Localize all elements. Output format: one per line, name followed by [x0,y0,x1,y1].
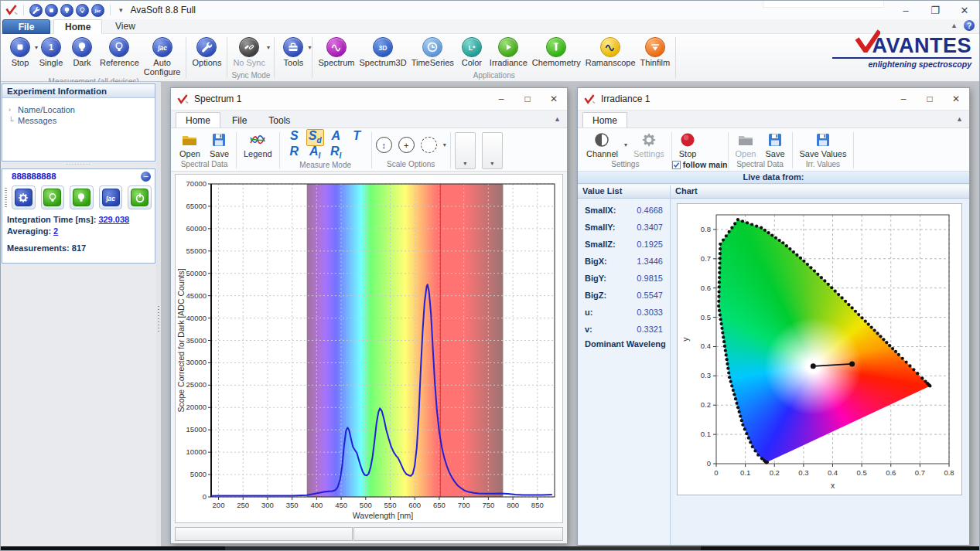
group-caption: Spectral Data [729,160,792,171]
legend-button[interactable]: Legend [241,131,275,159]
device-power-button[interactable] [128,185,152,209]
open-button[interactable]: Open [176,131,203,159]
mode-absorbance-button[interactable]: A [330,130,342,145]
maximize-button[interactable]: □ [917,88,943,110]
live-data-header: Live data from: [578,172,969,184]
experiment-tree: › Name/Location └ Messages [2,98,155,126]
close-button[interactable]: ✕ [943,88,969,110]
spectrum3d-app-button[interactable]: 3D Spectrum3D [357,36,409,69]
settings-button[interactable]: Settings [630,131,668,159]
svg-text:500: 500 [360,501,372,509]
device-settings-button[interactable] [12,185,36,209]
spectrum-plot[interactable]: 2002503003504004505005506006507007508008… [175,174,563,523]
averaging-value-link[interactable]: 2 [53,226,58,236]
expander-icon[interactable]: › [9,106,15,114]
tools-button[interactable]: Tools ▾ [278,36,309,69]
dark-button[interactable]: Dark [67,36,97,69]
tab-file[interactable]: File [2,19,50,34]
gallery-dropdown-2[interactable]: ▾ [482,132,503,169]
irradiance-stop-button[interactable]: Stop [676,131,700,159]
tab-view[interactable]: View [104,19,146,34]
qat-reference-button[interactable] [76,4,89,17]
tab-home[interactable]: Home [53,19,102,34]
spectrum-app-button[interactable]: Spectrum [316,36,357,69]
thinfilm-app-button[interactable]: Thinfilm [638,36,673,69]
qat-auto-configure-button[interactable]: ∫ac [91,4,104,17]
tree-item-messages[interactable]: └ Messages [9,115,155,126]
mode-reflectance-button[interactable]: R [288,145,300,160]
scale-y-axis-icon[interactable]: ↕ [376,137,392,153]
auto-configure-button[interactable]: ∫ac Auto Configure [142,36,183,77]
follow-main-checkbox[interactable]: follow main [672,160,728,169]
svg-text:L*: L* [469,44,476,52]
collapse-toolbar-icon[interactable]: ▲ [554,115,561,123]
mode-absolute-irradiance-button[interactable]: AI [308,145,322,160]
open-button[interactable]: Open [732,131,760,159]
reference-button[interactable]: Reference [97,36,142,69]
avasoft-app-window: ∫ac ▾ AvaSoft 8.8 Full – ❐ ✕ File Home V… [0,0,980,551]
options-button[interactable]: Options [190,36,224,69]
mode-scope-minus-dark-button[interactable]: Sd [306,129,324,145]
mode-relative-irradiance-button[interactable]: RI [329,145,343,160]
dropdown-arrow-icon[interactable]: ▾ [308,45,311,51]
device-auto-configure-button[interactable]: ∫ac [99,185,123,209]
irradiance-window-titlebar[interactable]: Irradiance 1 – □ ✕ [578,88,969,111]
zoom-region-icon[interactable] [421,137,437,153]
value-row-bigx: BigX:1.3446 [578,253,670,270]
channel-button[interactable]: Channel [583,131,621,159]
qat-dark-button[interactable] [60,4,73,17]
single-button[interactable]: 1 Single [36,36,67,69]
spectrum-window-title: Spectrum 1 [194,94,488,104]
color-app-button[interactable]: L* Color [456,36,487,69]
gallery-dropdown-1[interactable]: ▾ [455,132,476,169]
stop-button[interactable]: Stop ▾ [5,36,36,69]
close-button[interactable]: ✕ [950,1,979,19]
scale-both-axes-icon[interactable]: + [398,137,415,153]
mode-transmittance-button[interactable]: T [351,130,362,145]
cie-plot[interactable]: 00.10.20.30.40.50.60.70.800.10.20.30.40.… [677,203,962,495]
horizontal-splitter[interactable]: ········· [1,162,156,168]
collapse-device-panel-button[interactable]: – [141,172,151,182]
collapse-ribbon-icon[interactable]: ▲ [951,22,958,29]
maximize-button[interactable]: ❐ [920,1,950,19]
device-dark-button[interactable] [41,185,65,209]
drag-grip[interactable] [5,188,7,208]
svg-text:650: 650 [433,501,446,509]
save-values-button[interactable]: Save Values [797,131,850,159]
quick-access-toolbar: ∫ac ▾ [5,4,126,17]
ramanscope-app-button[interactable]: Ramanscope [583,36,638,69]
qat-options-button[interactable] [29,4,43,17]
tab-home[interactable]: Home [582,112,627,128]
svg-text:250: 250 [237,501,249,509]
spectrum-window-tabs: Home File Tools ▲ [171,111,567,128]
device-reference-button[interactable] [70,185,94,209]
save-button[interactable]: Save [207,131,232,159]
help-icon[interactable]: ? [964,20,975,31]
qat-stop-button[interactable] [45,4,58,17]
svg-text:20000: 20000 [186,403,207,411]
tree-item-name-location[interactable]: › Name/Location [9,104,155,115]
maximize-button[interactable]: □ [514,88,541,110]
close-button[interactable]: ✕ [541,88,567,110]
minimize-button[interactable]: – [891,1,920,19]
integration-time-value-link[interactable]: 329.038 [98,215,129,224]
folder-icon [181,131,198,148]
spectrum-window-titlebar[interactable]: Spectrum 1 – □ ✕ [171,88,567,111]
no-sync-button[interactable]: No Sync ▾ [230,36,268,69]
minimize-button[interactable]: – [890,88,917,110]
mode-scope-button[interactable]: S [289,130,300,145]
dropdown-arrow-icon[interactable]: ▾ [624,141,627,148]
tab-tools[interactable]: Tools [258,112,300,128]
irradiance-app-button[interactable]: Irradiance [487,36,530,69]
timeseries-app-button[interactable]: TimeSeries [409,36,456,69]
minimize-button[interactable]: – [488,88,514,110]
tab-file[interactable]: File [222,112,257,128]
collapse-toolbar-icon[interactable]: ▲ [956,115,963,123]
dropdown-arrow-icon[interactable]: ▾ [443,141,446,148]
scale-options-group: ↕ + ▾ Scale Options [372,130,450,171]
tab-home[interactable]: Home [176,112,220,128]
save-button[interactable]: Save [762,131,787,159]
customize-qat-dropdown-icon[interactable]: ▾ [119,6,123,14]
dropdown-arrow-icon[interactable]: ▾ [267,45,270,51]
chemometry-app-button[interactable]: Chemometry [530,36,583,69]
